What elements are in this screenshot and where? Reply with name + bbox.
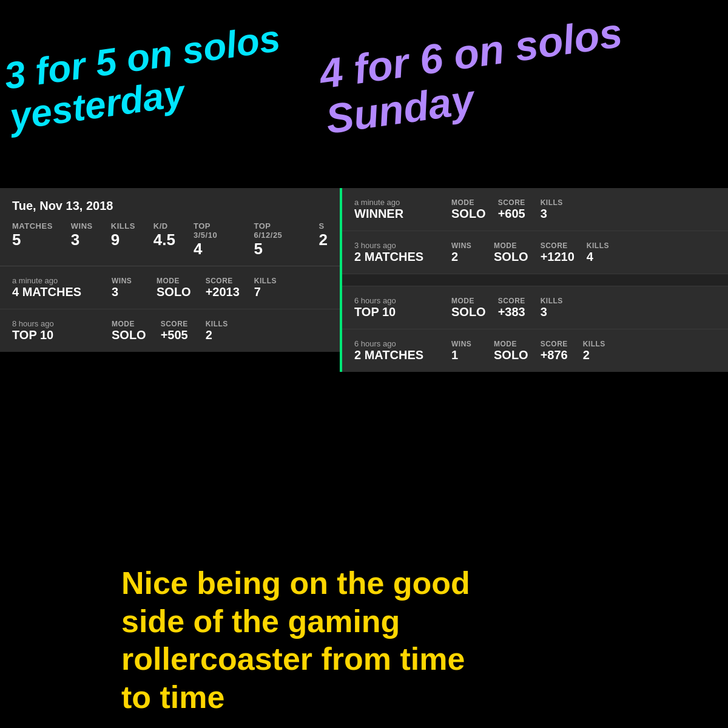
left-match1-mode: MODE SOLO [157,277,191,299]
left-panel: Tue, Nov 13, 2018 MATCHES 5 WINS 3 KILLS… [0,188,340,352]
right-match4-kills: KILLS 2 [583,340,613,362]
stat-top3510: TOP 3/5/10 4 [194,221,235,258]
left-match1-kills: KILLS 7 [254,277,285,299]
stat-s: S 2 [319,221,328,249]
left-match-row-2: 8 hours ago TOP 10 MODE SOLO SCORE +505 … [0,309,340,352]
right-match4-score: SCORE +876 [541,340,571,362]
left-match1-wins: WINS 3 [112,277,142,299]
right-match1-kills: KILLS 3 [541,198,571,221]
stat-matches: MATCHES 5 [12,221,53,249]
right-match2-wins: WINS 2 [451,241,482,264]
right-match-row-2: 3 hours ago 2 MATCHES WINS 2 MODE SOLO S… [342,231,728,274]
bottom-overlay-text: Nice being on the good side of the gamin… [121,564,485,716]
left-overlay-text: 3 for 5 on solos yesterday [2,18,289,138]
stats-header: Tue, Nov 13, 2018 MATCHES 5 WINS 3 KILLS… [0,188,340,266]
stats-date: Tue, Nov 13, 2018 [12,199,328,213]
right-match4-mode: MODE SOLO [494,340,528,362]
right-match3-identity: 6 hours ago TOP 10 [354,296,439,319]
left-match-row-1: a minute ago 4 MATCHES WINS 3 MODE SOLO … [0,266,340,309]
left-match2-kills: KILLS 2 [206,320,236,342]
right-match3-score: SCORE +383 [498,297,528,319]
left-match2-score: SCORE +505 [161,320,191,342]
right-match3-kills: KILLS 3 [541,297,571,319]
right-match4-identity: 6 hours ago 2 MATCHES [354,339,439,362]
right-match2-identity: 3 hours ago 2 MATCHES [354,241,439,264]
right-match1-score: SCORE +605 [498,198,528,221]
right-match-row-3: 6 hours ago TOP 10 MODE SOLO SCORE +383 … [342,286,728,329]
stat-wins: WINS 3 [71,221,93,249]
right-match1-identity: a minute ago WINNER [354,198,439,221]
stat-top61225: TOP 6/12/25 5 [254,221,300,258]
right-match1-mode: MODE SOLO [451,198,486,221]
stat-kd: K/D 4.5 [153,221,175,249]
right-match3-mode: MODE SOLO [451,297,486,319]
right-match2-score: SCORE +1210 [541,241,575,264]
left-match1-identity: a minute ago 4 MATCHES [12,276,97,299]
right-match2-kills: KILLS 4 [587,241,617,264]
right-overlay-text: 4 for 6 on solos Sunday [317,10,631,142]
left-match2-identity: 8 hours ago TOP 10 [12,319,97,342]
left-match1-score: SCORE +2013 [206,277,240,299]
left-match2-mode: MODE SOLO [112,320,146,342]
right-panel: a minute ago WINNER MODE SOLO SCORE +605… [340,188,728,372]
right-match-row-1: a minute ago WINNER MODE SOLO SCORE +605… [342,188,728,231]
right-match-row-4: 6 hours ago 2 MATCHES WINS 1 MODE SOLO S… [342,329,728,372]
separator-row [342,274,728,286]
right-match2-mode: MODE SOLO [494,241,528,264]
right-match4-wins: WINS 1 [451,340,482,362]
summary-stats-row: MATCHES 5 WINS 3 KILLS 9 K/D 4.5 TOP 3/5… [12,221,328,258]
stat-kills: KILLS 9 [111,221,135,249]
